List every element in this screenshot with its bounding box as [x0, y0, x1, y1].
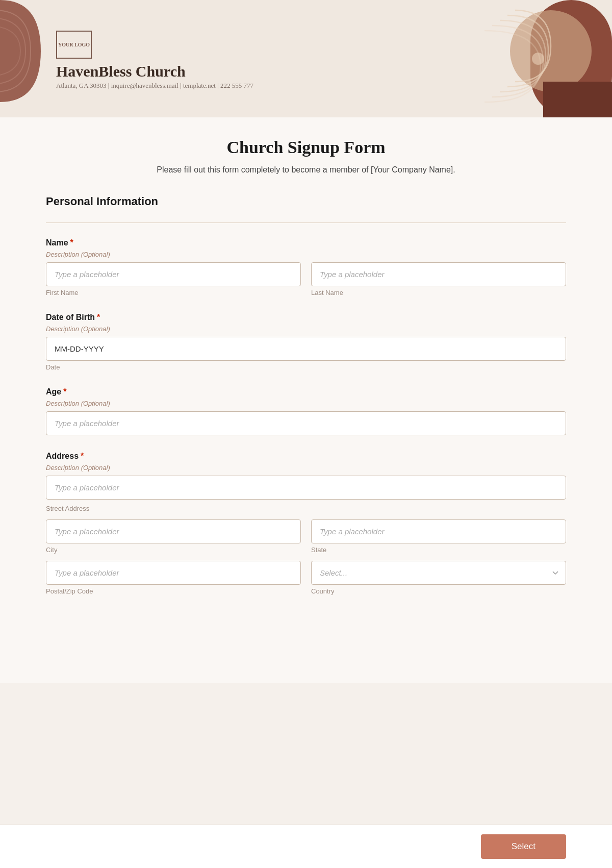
city-sublabel: City: [46, 546, 301, 554]
last-name-input[interactable]: [311, 262, 566, 286]
age-label: Age*: [46, 387, 566, 396]
zip-country-row: Postal/Zip Code Select... United States …: [46, 561, 566, 595]
dob-description: Description (Optional): [46, 325, 566, 333]
city-input[interactable]: [46, 519, 301, 543]
name-field-group: Name* Description (Optional) First Name …: [46, 238, 566, 296]
name-description: Description (Optional): [46, 251, 566, 258]
dob-label: Date of Birth*: [46, 313, 566, 322]
state-sublabel: State: [311, 546, 566, 554]
address-field-group: Address* Description (Optional) Street A…: [46, 452, 566, 595]
address-label: Address*: [46, 452, 566, 461]
svg-point-2: [532, 53, 544, 65]
age-required-star: *: [63, 387, 66, 396]
header-right-decoration: [449, 0, 612, 117]
city-col: City: [46, 519, 301, 554]
street-address-input[interactable]: [46, 476, 566, 500]
page-header: YOUR LOGO HavenBless Church Atlanta, GA …: [0, 0, 612, 117]
bottom-action-bar: Select: [0, 825, 612, 868]
main-content: Church Signup Form Please fill out this …: [0, 117, 612, 683]
age-description: Description (Optional): [46, 400, 566, 407]
header-content: YOUR LOGO HavenBless Church Atlanta, GA …: [56, 31, 253, 90]
dob-input[interactable]: [46, 337, 566, 361]
first-name-sublabel: First Name: [46, 289, 301, 296]
name-input-row: First Name Last Name: [46, 262, 566, 296]
address-description: Description (Optional): [46, 464, 566, 472]
zip-sublabel: Postal/Zip Code: [46, 587, 301, 595]
age-field-group: Age* Description (Optional): [46, 387, 566, 435]
first-name-col: First Name: [46, 262, 301, 296]
form-subtitle: Please fill out this form completely to …: [46, 165, 566, 175]
age-input[interactable]: [46, 411, 566, 435]
dob-field-group: Date of Birth* Description (Optional) Da…: [46, 313, 566, 371]
select-button[interactable]: Select: [481, 834, 566, 859]
form-title: Church Signup Form: [46, 138, 566, 157]
street-address-sublabel: Street Address: [46, 505, 566, 512]
name-label: Name*: [46, 238, 566, 247]
section-divider: [46, 222, 566, 223]
country-select[interactable]: Select... United States Canada United Ki…: [311, 561, 566, 585]
country-col: Select... United States Canada United Ki…: [311, 561, 566, 595]
logo-box: YOUR LOGO: [56, 31, 92, 59]
first-name-input[interactable]: [46, 262, 301, 286]
name-required-star: *: [70, 238, 73, 247]
country-sublabel: Country: [311, 587, 566, 595]
zip-col: Postal/Zip Code: [46, 561, 301, 595]
svg-rect-3: [543, 82, 612, 117]
address-required-star: *: [81, 452, 84, 460]
last-name-col: Last Name: [311, 262, 566, 296]
dob-required-star: *: [97, 313, 100, 321]
city-state-row: City State: [46, 519, 566, 554]
header-left-decoration: [0, 0, 46, 102]
zip-input[interactable]: [46, 561, 301, 585]
section-personal-info-title: Personal Information: [46, 195, 566, 208]
state-input[interactable]: [311, 519, 566, 543]
church-info: Atlanta, GA 30303 | inquire@havenbless.m…: [56, 82, 253, 90]
dob-sublabel: Date: [46, 363, 566, 371]
last-name-sublabel: Last Name: [311, 289, 566, 296]
state-col: State: [311, 519, 566, 554]
church-name: HavenBless Church: [56, 63, 253, 80]
